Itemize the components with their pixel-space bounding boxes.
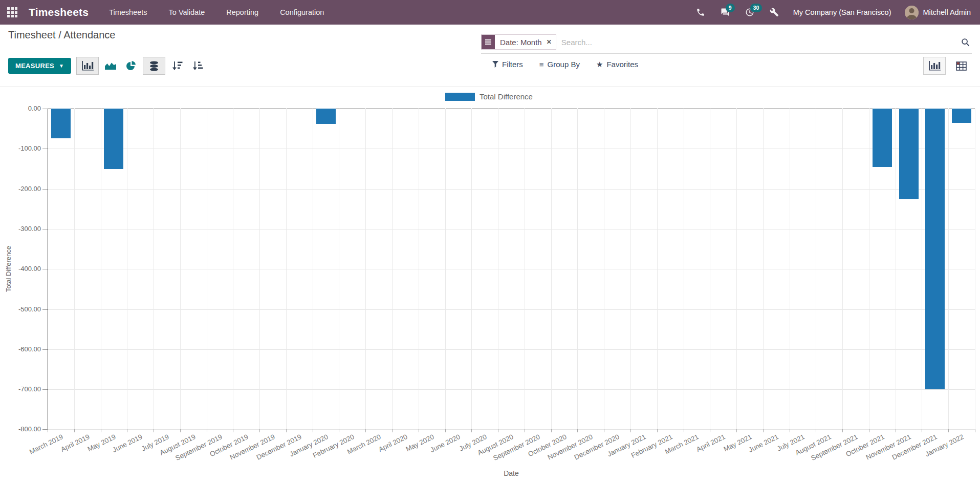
x-axis-tick	[763, 429, 764, 432]
menu-item-timesheets[interactable]: Timesheets	[109, 8, 147, 16]
y-axis-tick	[42, 389, 48, 390]
apps-menu-icon[interactable]	[7, 7, 17, 17]
chart-bar[interactable]	[899, 109, 919, 199]
v-gridline	[207, 109, 207, 429]
chart-bar[interactable]	[316, 109, 336, 124]
facet-label: Date: Month	[495, 35, 546, 49]
x-axis-tick	[710, 429, 710, 432]
v-gridline	[471, 109, 472, 429]
v-gridline	[736, 109, 737, 429]
tools-icon[interactable]	[770, 8, 779, 17]
x-axis-tick	[286, 429, 287, 432]
search-input[interactable]	[556, 38, 961, 47]
chart-bar[interactable]	[952, 109, 971, 123]
divider	[0, 86, 980, 87]
search-bar[interactable]: Date: Month ✕	[481, 31, 972, 54]
user-avatar	[905, 6, 919, 19]
y-axis-tick	[42, 109, 48, 109]
graph-view-icon[interactable]	[923, 57, 946, 75]
messages-icon[interactable]: 9	[721, 8, 730, 17]
funnel-icon	[492, 61, 498, 68]
v-gridline	[896, 109, 896, 429]
chart-bar[interactable]	[51, 109, 71, 138]
company-switcher[interactable]: My Company (San Francisco)	[793, 8, 891, 16]
search-facet-date-month[interactable]: Date: Month ✕	[481, 34, 556, 50]
chart-legend[interactable]: Total Difference	[445, 92, 533, 101]
area-chart-icon[interactable]	[102, 57, 119, 75]
chevron-down-icon: ▼	[59, 63, 64, 69]
y-axis-tick	[42, 149, 48, 149]
x-axis-tick	[207, 429, 207, 432]
favorites-button[interactable]: ★ Favorites	[596, 60, 638, 69]
systray: 9 30	[696, 8, 779, 17]
h-gridline	[48, 229, 975, 229]
v-gridline	[365, 109, 366, 429]
x-axis-tick	[101, 429, 101, 432]
x-axis-tick	[180, 429, 181, 432]
x-axis-tick	[74, 429, 75, 432]
sort-ascending-icon[interactable]	[189, 57, 206, 75]
v-gridline	[710, 109, 710, 429]
v-gridline	[630, 109, 631, 429]
menu-item-to-validate[interactable]: To Validate	[169, 8, 205, 16]
group-by-button[interactable]: ≡ Group By	[539, 60, 580, 69]
activities-clock-icon[interactable]: 30	[745, 8, 754, 17]
h-gridline	[48, 149, 975, 149]
x-axis-tick	[816, 429, 816, 432]
menu-item-configuration[interactable]: Configuration	[280, 8, 324, 16]
filters-button[interactable]: Filters	[492, 60, 523, 69]
y-tick-label: -700.00	[0, 385, 41, 393]
stacked-icon[interactable]	[143, 57, 165, 75]
pie-chart-icon[interactable]	[122, 57, 140, 75]
sort-descending-icon[interactable]	[168, 57, 186, 75]
v-gridline	[154, 109, 154, 429]
x-axis-tick	[577, 429, 578, 432]
x-axis-tick	[233, 429, 233, 432]
menu-item-reporting[interactable]: Reporting	[226, 8, 258, 16]
v-gridline	[286, 109, 287, 429]
topbar: Timesheets Timesheets To Validate Report…	[0, 0, 980, 25]
x-axis-tick	[259, 429, 260, 432]
x-axis-tick	[657, 429, 658, 432]
v-gridline	[74, 109, 75, 429]
phone-icon[interactable]	[696, 8, 705, 17]
y-tick-label: -400.00	[0, 265, 41, 273]
bar-chart-icon[interactable]	[76, 57, 99, 75]
messages-badge: 9	[726, 4, 735, 12]
h-gridline	[48, 309, 975, 310]
chart-bar[interactable]	[873, 109, 892, 167]
graph-toolbar: MEASURES▼	[8, 57, 206, 75]
x-axis-tick	[498, 429, 498, 432]
chart-bar[interactable]	[925, 109, 945, 389]
facet-remove-icon[interactable]: ✕	[546, 35, 556, 49]
v-gridline	[313, 109, 313, 429]
v-gridline	[392, 109, 393, 429]
v-gridline	[419, 109, 419, 429]
legend-label: Total Difference	[480, 92, 533, 101]
x-axis-tick	[842, 429, 843, 432]
h-gridline	[48, 189, 975, 190]
x-axis-tick	[948, 429, 949, 432]
pivot-view-icon[interactable]	[950, 57, 972, 75]
y-tick-label: -100.00	[0, 144, 41, 152]
x-axis-tick	[127, 429, 127, 432]
x-axis-tick	[525, 429, 525, 432]
app-brand[interactable]: Timesheets	[29, 6, 89, 18]
activities-badge: 30	[750, 4, 763, 12]
measures-button[interactable]: MEASURES▼	[8, 58, 71, 74]
x-axis-tick	[869, 429, 869, 432]
x-axis-tick	[975, 429, 975, 432]
page-title: Timesheet / Attendance	[8, 29, 115, 41]
search-options: Filters ≡ Group By ★ Favorites	[492, 60, 638, 69]
user-menu[interactable]: Mitchell Admin	[905, 6, 971, 19]
y-axis-tick	[42, 229, 48, 229]
top-menu: Timesheets To Validate Reporting Configu…	[109, 8, 324, 16]
search-icon[interactable]	[961, 38, 972, 47]
x-axis-tick	[684, 429, 684, 432]
chart-bar[interactable]	[104, 109, 123, 169]
h-gridline	[48, 429, 975, 430]
x-axis-tick	[896, 429, 896, 432]
bar-chart: Total Difference Total Difference Date 0…	[0, 77, 980, 482]
x-axis-tick	[419, 429, 419, 432]
y-tick-label: 0.00	[0, 104, 41, 112]
